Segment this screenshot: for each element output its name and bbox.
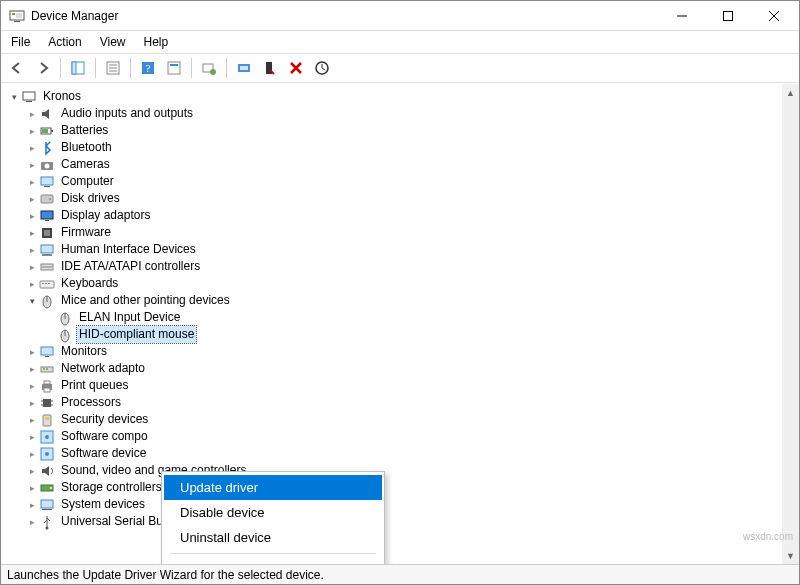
bluetooth-icon <box>39 140 55 156</box>
tree-node[interactable]: Audio inputs and outputs <box>25 105 799 122</box>
scroll-up-icon[interactable]: ▲ <box>782 84 799 101</box>
caret-icon[interactable] <box>25 462 39 480</box>
ctx-disable-device[interactable]: Disable device <box>164 500 382 525</box>
caret-icon[interactable] <box>25 105 39 123</box>
tree-node[interactable]: Sound, video and game controllers <box>25 462 799 479</box>
tree-node[interactable]: Keyboards <box>25 275 799 292</box>
tree-node[interactable]: Network adapto <box>25 360 799 377</box>
caret-icon[interactable] <box>25 292 39 310</box>
caret-icon[interactable] <box>25 479 39 497</box>
caret-icon[interactable] <box>25 513 39 531</box>
tree-leaf[interactable]: ELAN Input Device <box>43 309 799 326</box>
svg-rect-44 <box>42 283 44 284</box>
ctx-uninstall-device[interactable]: Uninstall device <box>164 525 382 550</box>
caret-icon[interactable] <box>25 241 39 259</box>
tree-node[interactable]: Firmware <box>25 224 799 241</box>
tree-node[interactable]: Batteries <box>25 122 799 139</box>
tree-node[interactable]: Storage controllers <box>25 479 799 496</box>
caret-icon[interactable] <box>25 445 39 463</box>
update-driver-button[interactable] <box>232 56 256 80</box>
tree-node[interactable]: Human Interface Devices <box>25 241 799 258</box>
tree-leaf-selected[interactable]: HID-compliant mouse <box>43 326 799 343</box>
disable-device-button[interactable] <box>258 56 282 80</box>
svg-point-69 <box>45 435 49 439</box>
menu-view[interactable]: View <box>98 33 128 51</box>
tree-node[interactable]: Security devices <box>25 411 799 428</box>
properties-button[interactable] <box>101 56 125 80</box>
tree-node[interactable]: Bluetooth <box>25 139 799 156</box>
tree-node[interactable]: Universal Serial Bus controllers <box>25 513 799 530</box>
caret-icon[interactable] <box>25 207 39 225</box>
back-button[interactable] <box>5 56 29 80</box>
vertical-scrollbar[interactable]: ▲ ▼ <box>782 84 799 564</box>
ctx-scan-hardware[interactable]: Scan for hardware changes <box>164 557 382 564</box>
caret-icon[interactable] <box>7 88 21 106</box>
caret-icon[interactable] <box>25 360 39 378</box>
tree-node[interactable]: Display adaptors <box>25 207 799 224</box>
caret-icon[interactable] <box>25 156 39 174</box>
forward-button[interactable] <box>31 56 55 80</box>
toolbar-separator <box>130 58 131 78</box>
svg-rect-35 <box>41 211 53 219</box>
svg-rect-24 <box>23 92 35 100</box>
add-legacy-hardware-button[interactable] <box>310 56 334 80</box>
tree-node[interactable]: Disk drives <box>25 190 799 207</box>
tree-node[interactable]: Print queues <box>25 377 799 394</box>
svg-text:?: ? <box>146 62 151 74</box>
minimize-button[interactable] <box>659 1 705 31</box>
caret-icon[interactable] <box>25 139 39 157</box>
help-button[interactable]: ? <box>136 56 160 80</box>
tree-node[interactable]: Software device <box>25 445 799 462</box>
tree-node-mice[interactable]: Mice and other pointing devices <box>25 292 799 309</box>
tree-node[interactable]: Computer <box>25 173 799 190</box>
menu-action[interactable]: Action <box>46 33 83 51</box>
device-tree[interactable]: Kronos Audio inputs and outputs Batterie… <box>1 84 799 530</box>
menu-bar: File Action View Help <box>1 31 799 53</box>
toolbar-separator <box>60 58 61 78</box>
node-label: HID-compliant mouse <box>77 326 196 343</box>
svg-point-71 <box>45 452 49 456</box>
show-hide-tree-button[interactable] <box>66 56 90 80</box>
maximize-button[interactable] <box>705 1 751 31</box>
node-label: Cameras <box>59 156 112 173</box>
caret-icon[interactable] <box>25 224 39 242</box>
tree-node[interactable]: Processors <box>25 394 799 411</box>
uninstall-device-button[interactable] <box>284 56 308 80</box>
svg-point-76 <box>46 526 49 529</box>
caret-icon[interactable] <box>25 411 39 429</box>
caret-icon[interactable] <box>25 275 39 293</box>
ctx-update-driver[interactable]: Update driver <box>164 475 382 500</box>
caret-icon[interactable] <box>25 343 39 361</box>
scroll-down-icon[interactable]: ▼ <box>782 547 799 564</box>
tree-node[interactable]: Monitors <box>25 343 799 360</box>
svg-rect-32 <box>44 186 50 187</box>
root-node[interactable]: Kronos <box>7 88 799 105</box>
caret-icon[interactable] <box>25 428 39 446</box>
caret-icon[interactable] <box>25 173 39 191</box>
window-title: Device Manager <box>31 9 118 23</box>
caret-icon[interactable] <box>25 190 39 208</box>
action-button[interactable] <box>162 56 186 80</box>
processor-icon <box>39 395 55 411</box>
menu-help[interactable]: Help <box>142 33 171 51</box>
caret-icon[interactable] <box>25 122 39 140</box>
svg-rect-27 <box>51 130 53 132</box>
close-button[interactable] <box>751 1 797 31</box>
menu-file[interactable]: File <box>9 33 32 51</box>
tree-node[interactable]: Software compo <box>25 428 799 445</box>
status-bar: Launches the Update Driver Wizard for th… <box>1 564 799 584</box>
caret-icon[interactable] <box>25 377 39 395</box>
scan-hardware-button[interactable] <box>197 56 221 80</box>
caret-icon[interactable] <box>25 496 39 514</box>
svg-rect-16 <box>168 62 180 74</box>
tree-node[interactable]: System devices <box>25 496 799 513</box>
ctx-separator <box>170 553 376 554</box>
tree-node[interactable]: Cameras <box>25 156 799 173</box>
svg-rect-67 <box>45 417 49 420</box>
svg-rect-17 <box>170 64 178 66</box>
tree-node[interactable]: IDE ATA/ATAPI controllers <box>25 258 799 275</box>
scroll-track[interactable] <box>782 101 799 547</box>
caret-icon[interactable] <box>25 258 39 276</box>
caret-icon[interactable] <box>25 394 39 412</box>
computer-icon <box>21 89 37 105</box>
